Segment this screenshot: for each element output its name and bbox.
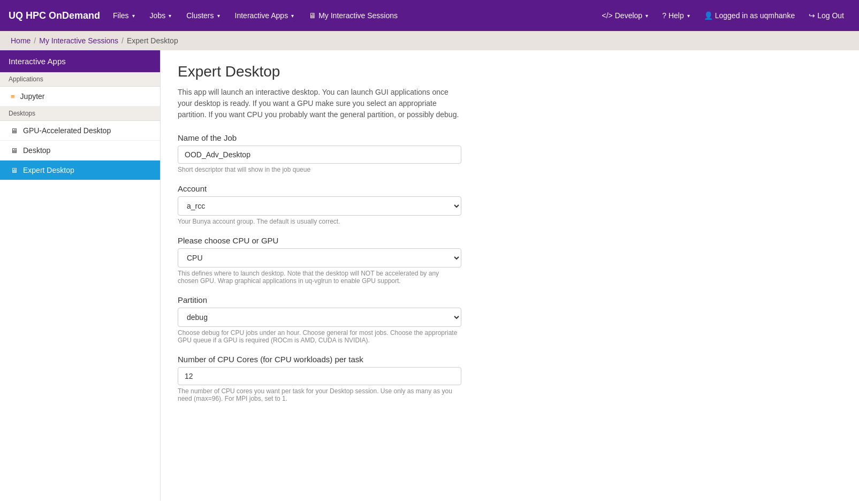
cpu-gpu-label: Please choose CPU or GPU	[178, 236, 461, 245]
account-hint: Your Bunya account group. The default is…	[178, 218, 461, 225]
develop-dropdown-arrow: ▾	[645, 13, 648, 19]
cpu-gpu-hint: This defines where to launch desktop. No…	[178, 270, 461, 285]
app-description: This app will launch an interactive desk…	[178, 87, 461, 120]
nav-develop[interactable]: </> Develop ▾	[596, 7, 655, 24]
job-name-group: Name of the Job Short descriptor that wi…	[178, 133, 461, 173]
job-name-label: Name of the Job	[178, 133, 461, 142]
partition-label: Partition	[178, 295, 461, 304]
breadcrumb-sep-1: /	[34, 36, 36, 45]
nav-help[interactable]: ? Help ▾	[656, 7, 696, 24]
cpu-gpu-group: Please choose CPU or GPU CPU GPU This de…	[178, 236, 461, 285]
account-label: Account	[178, 184, 461, 193]
account-group: Account a_rcc Your Bunya account group. …	[178, 184, 461, 225]
breadcrumb-current: Expert Desktop	[127, 36, 178, 45]
sidebar-item-gpu-desktop[interactable]: GPU-Accelerated Desktop	[0, 121, 160, 141]
cpu-cores-input[interactable]	[178, 367, 461, 385]
gpu-desktop-icon	[11, 126, 20, 135]
navbar: UQ HPC OnDemand Files ▾ Jobs ▾ Clusters …	[0, 0, 859, 31]
main-layout: Interactive Apps Applications Jupyter De…	[0, 50, 859, 501]
content-area: Expert Desktop This app will launch an i…	[161, 50, 859, 501]
nav-logged-in: 👤 Logged in as uqmhanke	[697, 7, 801, 24]
partition-hint: Choose debug for CPU jobs under an hour.…	[178, 329, 461, 344]
nav-files[interactable]: Files ▾	[107, 7, 141, 24]
nav-right: </> Develop ▾ ? Help ▾ 👤 Logged in as uq…	[596, 7, 851, 24]
nav-logout[interactable]: ↪ Log Out	[802, 7, 850, 24]
sidebar-item-expert-desktop[interactable]: Expert Desktop	[0, 161, 160, 180]
clusters-dropdown-arrow: ▾	[217, 13, 220, 19]
job-name-hint: Short descriptor that will show in the j…	[178, 166, 461, 173]
sidebar-item-jupyter[interactable]: Jupyter	[0, 87, 160, 106]
nav-interactive-apps[interactable]: Interactive Apps ▾	[229, 7, 301, 24]
job-name-input[interactable]	[178, 146, 461, 164]
interactive-apps-dropdown-arrow: ▾	[291, 13, 294, 19]
cpu-gpu-select[interactable]: CPU GPU	[178, 248, 461, 268]
nav-jobs[interactable]: Jobs ▾	[143, 7, 178, 24]
nav-my-interactive-sessions[interactable]: 🖥 My Interactive Sessions	[302, 7, 404, 24]
sidebar-section-applications[interactable]: Applications	[0, 72, 160, 87]
page-title: Expert Desktop	[178, 63, 842, 80]
expert-desktop-icon	[11, 166, 20, 174]
cpu-cores-hint: The number of CPU cores you want per tas…	[178, 387, 461, 402]
sidebar: Interactive Apps Applications Jupyter De…	[0, 50, 161, 501]
sidebar-section-desktops[interactable]: Desktops	[0, 106, 160, 121]
desktop-icon	[11, 146, 20, 155]
breadcrumb-my-interactive-sessions[interactable]: My Interactive Sessions	[39, 36, 118, 45]
sidebar-header: Interactive Apps	[0, 50, 160, 72]
partition-select[interactable]: debug general	[178, 308, 461, 327]
cpu-cores-label: Number of CPU Cores (for CPU workloads) …	[178, 355, 461, 364]
sidebar-item-desktop[interactable]: Desktop	[0, 141, 160, 161]
navbar-brand: UQ HPC OnDemand	[9, 10, 100, 21]
jupyter-icon	[11, 92, 17, 101]
breadcrumb: Home / My Interactive Sessions / Expert …	[0, 31, 859, 50]
jobs-dropdown-arrow: ▾	[169, 13, 171, 19]
files-dropdown-arrow: ▾	[132, 13, 135, 19]
breadcrumb-sep-2: /	[121, 36, 124, 45]
partition-group: Partition debug general Choose debug for…	[178, 295, 461, 344]
cpu-cores-group: Number of CPU Cores (for CPU workloads) …	[178, 355, 461, 402]
help-dropdown-arrow: ▾	[687, 13, 690, 19]
breadcrumb-home[interactable]: Home	[11, 36, 31, 45]
nav-clusters[interactable]: Clusters ▾	[180, 7, 226, 24]
account-select[interactable]: a_rcc	[178, 196, 461, 216]
